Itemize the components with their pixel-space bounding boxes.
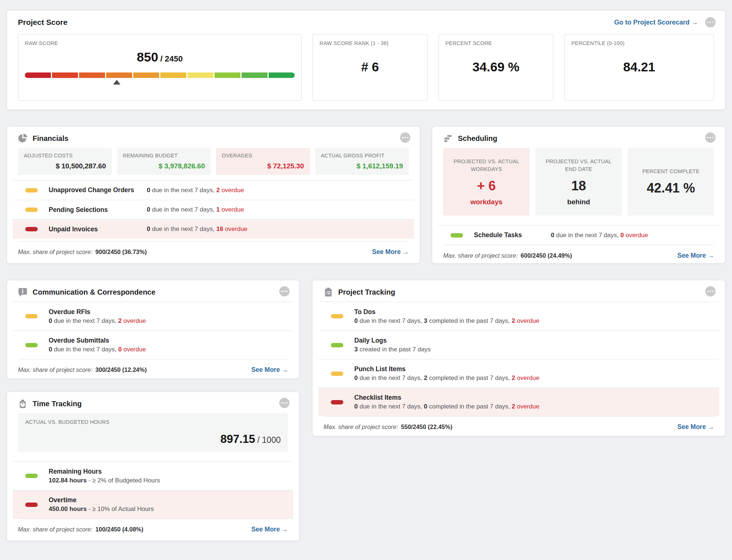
metric-label: Daily Logs: [354, 337, 714, 344]
metric-label: Schedule Tasks: [474, 231, 551, 239]
time-tracking-card: Time Tracking ACTUAL VS. BUDGETED HOURS …: [7, 392, 299, 541]
communication-rows: Overdue RFIs0 due in the next 7 days, 2 …: [13, 302, 293, 359]
more-options-button[interactable]: [400, 132, 410, 143]
ellipsis-icon: [402, 137, 403, 138]
metric-label: Overtime: [49, 496, 288, 504]
metric-label: Punch List Items: [354, 365, 714, 373]
more-options-button[interactable]: [279, 286, 290, 296]
score-marker-arrow: [113, 80, 120, 85]
card-title-time-tracking: Time Tracking: [33, 400, 82, 408]
metric-detail: 0 due in the next 7 days, 3 completed in…: [354, 317, 714, 325]
metric-label: Checklist Items: [354, 394, 714, 402]
card-title-project-tracking: Project Tracking: [338, 288, 395, 296]
percent-complete-stat: PERCENT COMPLETE 42.41 %: [628, 148, 714, 216]
metric-row-overdue-submittals: Overdue Submittals0 due in the next 7 da…: [13, 331, 293, 359]
max-share-text: Max. share of project score:100/2450 (4.…: [18, 526, 143, 533]
arrow-right-icon: →: [282, 526, 288, 533]
ellipsis-icon: [707, 291, 709, 292]
max-share-text: Max. share of project score:900/2450 (36…: [18, 249, 147, 255]
status-pill-yellow: [25, 188, 38, 193]
metric-row-punch-list-items: Punch List Items0 due in the next 7 days…: [318, 359, 719, 388]
status-pill-green: [331, 343, 343, 347]
metric-label: Overdue Submittals: [49, 337, 288, 344]
metric-detail: 0 due in the next 7 days, 1 overdue: [147, 206, 244, 213]
see-more-link[interactable]: See More →: [251, 526, 288, 533]
scheduling-rows: Schedule Tasks0 due in the next 7 days, …: [438, 225, 719, 245]
project-tracking-rows: To Dos0 due in the next 7 days, 3 comple…: [318, 302, 719, 416]
metric-label: Overdue RFIs: [49, 308, 288, 316]
more-options-button[interactable]: [705, 17, 716, 27]
card-title-scheduling: Scheduling: [458, 134, 497, 143]
card-title-financials: Financials: [33, 134, 68, 143]
metric-row-pending-selections: Pending Selections0 due in the next 7 da…: [13, 200, 414, 219]
arrow-right-icon: →: [403, 248, 409, 255]
clipboard-icon: [324, 287, 333, 297]
status-pill-red: [25, 503, 38, 507]
ellipsis-icon: [281, 291, 283, 292]
financials-card: Financials ADJUSTED COSTS $ 10,500,287.6…: [7, 126, 420, 264]
more-options-button[interactable]: [705, 132, 716, 143]
metric-label: To Dos: [354, 308, 714, 316]
see-more-link[interactable]: See More →: [251, 366, 288, 374]
see-more-link[interactable]: See More →: [677, 252, 714, 260]
hours-value: 897.15/ 1000: [220, 433, 281, 446]
metric-detail: 3 created in the past 7 days: [354, 346, 714, 353]
page-title: Project Score: [18, 18, 67, 27]
go-to-scorecard-link[interactable]: Go to Project Scorecard →: [614, 19, 698, 26]
ellipsis-icon: [707, 137, 709, 138]
status-pill-red: [331, 400, 343, 404]
score-gradient-bar: [25, 72, 295, 78]
metric-row-remaining-hours: Remaining Hours102.84 hours - ≥ 2% of Bu…: [13, 462, 293, 490]
metric-row-checklist-items: Checklist Items0 due in the next 7 days,…: [318, 388, 719, 416]
adjusted-costs-stat: ADJUSTED COSTS $ 10,500,287.60: [18, 148, 112, 175]
gantt-chart-icon: [443, 134, 453, 143]
metric-row-daily-logs: Daily Logs3 created in the past 7 days: [318, 331, 719, 359]
raw-score-box: RAW SCORE 850/ 2450: [18, 34, 302, 101]
arrow-right-icon: →: [708, 423, 714, 430]
status-pill-yellow: [25, 208, 38, 212]
metric-label: Unapproved Change Orders: [49, 186, 147, 194]
max-share-text: Max. share of project score:300/2450 (12…: [18, 366, 147, 373]
stopwatch-icon: [18, 399, 27, 408]
metric-detail: 0 due in the next 7 days, 0 completed in…: [354, 403, 714, 410]
arrow-right-icon: →: [282, 366, 288, 373]
status-pill-yellow: [331, 372, 343, 376]
metric-detail: 102.84 hours - ≥ 2% of Budgeted Hours: [49, 477, 288, 484]
more-options-button[interactable]: [705, 286, 716, 296]
raw-score-label: RAW SCORE: [25, 40, 295, 46]
time-tracking-rows: Remaining Hours102.84 hours - ≥ 2% of Bu…: [13, 461, 293, 519]
dashboard-page: Project Score Go to Project Scorecard → …: [0, 0, 732, 560]
score-bar-segment: [52, 72, 78, 78]
max-share-text: Max. share of project score:600/2450 (24…: [443, 252, 572, 259]
communication-card: Communication & Correspondence Overdue R…: [7, 280, 299, 379]
score-bar-segment: [133, 72, 159, 78]
chat-info-icon: [18, 287, 27, 297]
metric-row-schedule-tasks: Schedule Tasks0 due in the next 7 days, …: [438, 225, 719, 245]
ellipsis-icon: [707, 22, 709, 23]
score-bar-segment: [160, 72, 186, 78]
percentile-value: 84.21: [571, 46, 707, 94]
percent-score-box: PERCENT SCORE 34.69 %: [438, 34, 553, 101]
score-bar-segment: [187, 72, 213, 78]
raw-score-value: 850/ 2450: [25, 50, 295, 64]
score-bar-segment: [106, 72, 132, 78]
score-bar-segment: [25, 72, 51, 78]
more-options-button[interactable]: [279, 398, 290, 408]
ellipsis-icon: [281, 402, 283, 404]
pie-chart-icon: [18, 134, 27, 143]
metric-detail: 0 due in the next 7 days, 2 overdue: [49, 317, 288, 325]
metric-label: Unpaid Invoices: [49, 225, 147, 233]
metric-detail: 0 due in the next 7 days, 0 overdue: [49, 346, 288, 353]
metric-detail: 0 due in the next 7 days, 16 overdue: [147, 225, 247, 233]
remaining-budget-stat: REMAINING BUDGET $ 3,978,826.60: [117, 148, 211, 175]
status-pill-yellow: [25, 314, 38, 318]
metric-detail: 0 due in the next 7 days, 0 overdue: [551, 232, 648, 239]
percent-score-value: 34.69 %: [445, 46, 546, 94]
project-score-panel: Project Score Go to Project Scorecard → …: [7, 10, 725, 110]
max-share-text: Max. share of project score:550/2450 (22…: [324, 423, 452, 430]
score-bar-segment: [242, 72, 268, 78]
overages-stat: OVERAGES $ 72,125.30: [216, 148, 310, 175]
see-more-link[interactable]: See More →: [677, 423, 714, 431]
see-more-link[interactable]: See More →: [372, 248, 409, 256]
status-pill-green: [25, 343, 38, 347]
